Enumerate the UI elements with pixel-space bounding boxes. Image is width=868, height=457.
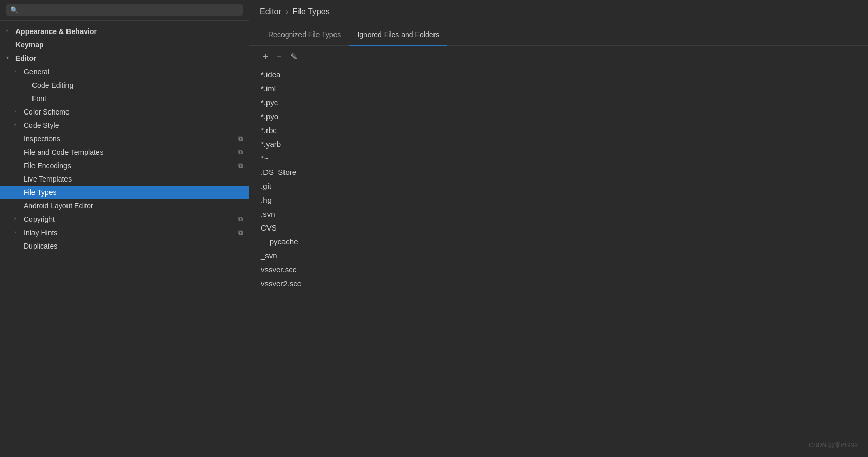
list-item[interactable]: *.idea	[260, 68, 858, 81]
chevron-right-icon: ›	[14, 68, 22, 75]
sidebar-item-label-inlay-hints: Inlay Hints	[24, 228, 57, 237]
chevron-right-icon: ›	[14, 108, 22, 116]
sidebar-item-label-file-types: File Types	[24, 188, 57, 197]
sidebar-item-android-layout-editor[interactable]: Android Layout Editor	[0, 199, 249, 213]
watermark: CSDN @零#1999	[809, 441, 858, 450]
chevron-right-icon: ›	[14, 122, 22, 129]
sidebar-item-live-templates[interactable]: Live Templates	[0, 172, 249, 186]
sidebar-item-code-editing[interactable]: Code Editing	[0, 78, 249, 92]
chevron-right-icon: ›	[14, 216, 22, 223]
sidebar-item-color-scheme[interactable]: ›Color Scheme	[0, 105, 249, 119]
add-button[interactable]: +	[260, 51, 272, 62]
sidebar-item-label-copyright: Copyright	[24, 215, 55, 223]
breadcrumb-root: Editor	[260, 7, 281, 17]
sidebar-item-label-font: Font	[32, 94, 46, 103]
file-list: *.idea*.iml*.pyc*.pyo*.rbc*.yarb*~.DS_St…	[249, 68, 868, 457]
copy-icon: ⧉	[238, 135, 243, 143]
sidebar-item-label-editor: Editor	[15, 54, 36, 62]
sidebar-item-editor[interactable]: ▾Editor	[0, 52, 249, 65]
list-item[interactable]: *.yarb	[260, 137, 858, 151]
chevron-right-icon: ›	[6, 28, 13, 35]
sidebar-item-file-types[interactable]: File Types	[0, 186, 249, 199]
list-item[interactable]: .DS_Store	[260, 165, 858, 179]
nav-tree: ›Appearance & BehaviorKeymap▾Editor›Gene…	[0, 21, 249, 457]
sidebar-item-file-encodings[interactable]: File Encodings⧉	[0, 159, 249, 172]
copy-icon: ⧉	[238, 148, 243, 156]
sidebar-item-appearance[interactable]: ›Appearance & Behavior	[0, 25, 249, 38]
sidebar-item-label-code-style: Code Style	[24, 121, 59, 129]
breadcrumb-current: File Types	[292, 7, 330, 17]
sidebar-item-file-and-code-templates[interactable]: File and Code Templates⧉	[0, 145, 249, 159]
sidebar-item-label-inspections: Inspections	[24, 135, 60, 143]
list-item[interactable]: *.pyo	[260, 109, 858, 123]
sidebar: 🔍 ›Appearance & BehaviorKeymap▾Editor›Ge…	[0, 0, 249, 457]
search-wrapper: 🔍	[6, 4, 243, 16]
list-item[interactable]: CVS	[260, 221, 858, 235]
list-item[interactable]: *~	[260, 151, 858, 165]
tabs-bar: Recognized File TypesIgnored Files and F…	[249, 24, 868, 46]
sidebar-item-font[interactable]: Font	[0, 92, 249, 105]
toolbar: + − ✎	[249, 46, 868, 68]
list-item[interactable]: .git	[260, 179, 858, 193]
sidebar-item-label-general: General	[24, 68, 49, 76]
sidebar-item-label-file-encodings: File Encodings	[24, 161, 71, 170]
sidebar-item-copyright[interactable]: ›Copyright⧉	[0, 213, 249, 226]
sidebar-item-label-code-editing: Code Editing	[32, 81, 73, 89]
list-item[interactable]: __pycache__	[260, 235, 858, 249]
sidebar-item-label-live-templates: Live Templates	[24, 175, 72, 183]
copy-icon: ⧉	[238, 215, 243, 223]
search-input[interactable]	[22, 6, 239, 14]
search-bar: 🔍	[0, 0, 249, 21]
list-item[interactable]: .svn	[260, 207, 858, 221]
sidebar-item-keymap[interactable]: Keymap	[0, 38, 249, 52]
list-item[interactable]: *.pyc	[260, 95, 858, 109]
list-item[interactable]: vssver.scc	[260, 263, 858, 276]
content-area: Editor › File Types Recognized File Type…	[249, 0, 868, 457]
list-item[interactable]: vssver2.scc	[260, 276, 858, 290]
sidebar-item-label-file-and-code-templates: File and Code Templates	[24, 148, 104, 156]
search-icon: 🔍	[10, 6, 19, 14]
tab-recognized[interactable]: Recognized File Types	[260, 24, 349, 46]
sidebar-item-duplicates[interactable]: Duplicates	[0, 239, 249, 253]
sidebar-item-label-color-scheme: Color Scheme	[24, 108, 70, 116]
copy-icon: ⧉	[238, 161, 243, 170]
list-item[interactable]: *.rbc	[260, 123, 858, 137]
list-item[interactable]: .hg	[260, 193, 858, 207]
sidebar-item-inlay-hints[interactable]: ›Inlay Hints⧉	[0, 226, 249, 239]
sidebar-item-inspections[interactable]: Inspections⧉	[0, 132, 249, 145]
copy-icon: ⧉	[238, 228, 243, 237]
sidebar-item-label-keymap: Keymap	[15, 41, 43, 49]
sidebar-item-label-appearance: Appearance & Behavior	[15, 27, 97, 36]
chevron-down-icon: ▾	[6, 55, 13, 62]
list-item[interactable]: *.iml	[260, 81, 858, 95]
sidebar-item-label-duplicates: Duplicates	[24, 242, 57, 250]
sidebar-item-code-style[interactable]: ›Code Style	[0, 119, 249, 132]
edit-button[interactable]: ✎	[287, 51, 301, 62]
sidebar-item-label-android-layout-editor: Android Layout Editor	[24, 202, 93, 210]
sidebar-item-general[interactable]: ›General	[0, 65, 249, 78]
tab-ignored[interactable]: Ignored Files and Folders	[349, 24, 447, 46]
chevron-right-icon: ›	[14, 229, 22, 236]
breadcrumb-separator: ›	[286, 7, 288, 17]
breadcrumb: Editor › File Types	[249, 0, 868, 24]
remove-button[interactable]: −	[274, 51, 286, 62]
list-item[interactable]: _svn	[260, 249, 858, 263]
